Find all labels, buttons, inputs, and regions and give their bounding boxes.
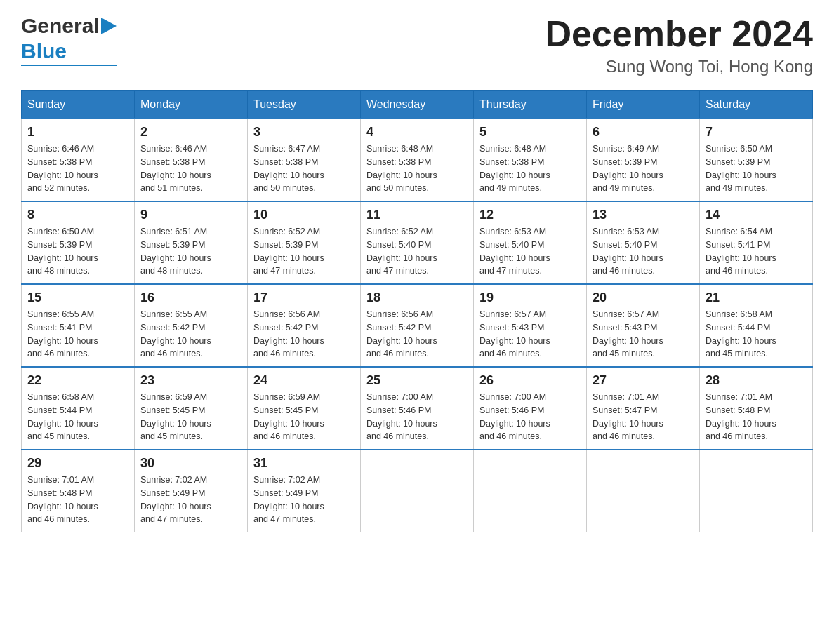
calendar-cell: 7 Sunrise: 6:50 AMSunset: 5:39 PMDayligh…	[700, 119, 813, 201]
calendar-cell: 10 Sunrise: 6:52 AMSunset: 5:39 PMDaylig…	[248, 201, 361, 284]
calendar-cell: 28 Sunrise: 7:01 AMSunset: 5:48 PMDaylig…	[700, 367, 813, 450]
day-info: Sunrise: 6:56 AMSunset: 5:42 PMDaylight:…	[366, 308, 468, 361]
calendar-cell: 16 Sunrise: 6:55 AMSunset: 5:42 PMDaylig…	[135, 284, 248, 367]
day-number: 19	[479, 290, 581, 305]
day-info: Sunrise: 6:49 AMSunset: 5:39 PMDaylight:…	[593, 142, 694, 195]
day-info: Sunrise: 6:46 AMSunset: 5:38 PMDaylight:…	[140, 142, 241, 195]
day-number: 26	[479, 373, 581, 388]
day-info: Sunrise: 6:53 AMSunset: 5:40 PMDaylight:…	[479, 225, 581, 278]
calendar-cell: 21 Sunrise: 6:58 AMSunset: 5:44 PMDaylig…	[700, 284, 813, 367]
day-info: Sunrise: 6:57 AMSunset: 5:43 PMDaylight:…	[593, 308, 694, 361]
day-info: Sunrise: 6:55 AMSunset: 5:42 PMDaylight:…	[140, 308, 241, 361]
day-info: Sunrise: 6:59 AMSunset: 5:45 PMDaylight:…	[253, 391, 355, 443]
calendar-cell: 30 Sunrise: 7:02 AMSunset: 5:49 PMDaylig…	[135, 450, 248, 532]
day-number: 31	[253, 456, 355, 471]
calendar-week-row: 29 Sunrise: 7:01 AMSunset: 5:48 PMDaylig…	[22, 450, 813, 532]
day-info: Sunrise: 6:52 AMSunset: 5:40 PMDaylight:…	[366, 225, 468, 278]
logo-blue-text: Blue	[21, 39, 67, 63]
calendar-cell	[587, 450, 700, 532]
calendar-cell: 5 Sunrise: 6:48 AMSunset: 5:38 PMDayligh…	[474, 119, 587, 201]
day-number: 8	[27, 208, 128, 222]
day-info: Sunrise: 6:58 AMSunset: 5:44 PMDaylight:…	[706, 308, 807, 361]
day-info: Sunrise: 6:56 AMSunset: 5:42 PMDaylight:…	[253, 308, 355, 361]
calendar-header-thursday: Thursday	[474, 91, 587, 119]
calendar-cell: 24 Sunrise: 6:59 AMSunset: 5:45 PMDaylig…	[248, 367, 361, 450]
calendar-header-monday: Monday	[135, 91, 248, 119]
calendar-header-wednesday: Wednesday	[361, 91, 474, 119]
day-number: 13	[593, 208, 694, 222]
day-number: 3	[253, 125, 355, 140]
day-info: Sunrise: 6:53 AMSunset: 5:40 PMDaylight:…	[593, 225, 694, 278]
calendar-cell: 2 Sunrise: 6:46 AMSunset: 5:38 PMDayligh…	[135, 119, 248, 201]
day-number: 18	[366, 290, 468, 305]
calendar-cell: 3 Sunrise: 6:47 AMSunset: 5:38 PMDayligh…	[248, 119, 361, 201]
calendar-cell: 17 Sunrise: 6:56 AMSunset: 5:42 PMDaylig…	[248, 284, 361, 367]
calendar-cell: 20 Sunrise: 6:57 AMSunset: 5:43 PMDaylig…	[587, 284, 700, 367]
calendar-header-friday: Friday	[587, 91, 700, 119]
logo-general-text: General	[21, 14, 100, 38]
calendar-cell: 6 Sunrise: 6:49 AMSunset: 5:39 PMDayligh…	[587, 119, 700, 201]
day-number: 24	[253, 373, 355, 388]
calendar-cell: 9 Sunrise: 6:51 AMSunset: 5:39 PMDayligh…	[135, 201, 248, 284]
calendar-cell: 15 Sunrise: 6:55 AMSunset: 5:41 PMDaylig…	[22, 284, 135, 367]
day-info: Sunrise: 6:48 AMSunset: 5:38 PMDaylight:…	[366, 142, 468, 195]
day-number: 4	[366, 125, 468, 140]
day-info: Sunrise: 7:00 AMSunset: 5:46 PMDaylight:…	[366, 391, 468, 443]
calendar-cell	[474, 450, 587, 532]
day-number: 7	[706, 125, 807, 140]
calendar-header-tuesday: Tuesday	[248, 91, 361, 119]
day-number: 2	[140, 125, 241, 140]
day-info: Sunrise: 7:01 AMSunset: 5:47 PMDaylight:…	[593, 391, 694, 443]
calendar-cell: 26 Sunrise: 7:00 AMSunset: 5:46 PMDaylig…	[474, 367, 587, 450]
day-info: Sunrise: 6:46 AMSunset: 5:38 PMDaylight:…	[27, 142, 128, 195]
day-number: 14	[706, 208, 807, 222]
day-number: 27	[593, 373, 694, 388]
calendar-cell: 14 Sunrise: 6:54 AMSunset: 5:41 PMDaylig…	[700, 201, 813, 284]
month-title: December 2024	[545, 14, 813, 54]
day-info: Sunrise: 6:52 AMSunset: 5:39 PMDaylight:…	[253, 225, 355, 278]
day-number: 21	[706, 290, 807, 305]
day-info: Sunrise: 7:02 AMSunset: 5:49 PMDaylight:…	[253, 474, 355, 526]
calendar-cell: 1 Sunrise: 6:46 AMSunset: 5:38 PMDayligh…	[22, 119, 135, 201]
calendar-cell: 29 Sunrise: 7:01 AMSunset: 5:48 PMDaylig…	[22, 450, 135, 532]
day-info: Sunrise: 6:59 AMSunset: 5:45 PMDaylight:…	[140, 391, 241, 443]
calendar-header-sunday: Sunday	[22, 91, 135, 119]
day-number: 23	[140, 373, 241, 388]
day-number: 25	[366, 373, 468, 388]
day-info: Sunrise: 6:48 AMSunset: 5:38 PMDaylight:…	[479, 142, 581, 195]
calendar-cell: 22 Sunrise: 6:58 AMSunset: 5:44 PMDaylig…	[22, 367, 135, 450]
calendar-header-row: SundayMondayTuesdayWednesdayThursdayFrid…	[22, 91, 813, 119]
day-info: Sunrise: 7:02 AMSunset: 5:49 PMDaylight:…	[140, 474, 241, 526]
day-info: Sunrise: 6:50 AMSunset: 5:39 PMDaylight:…	[706, 142, 807, 195]
day-number: 5	[479, 125, 581, 140]
calendar-cell: 19 Sunrise: 6:57 AMSunset: 5:43 PMDaylig…	[474, 284, 587, 367]
calendar-cell: 11 Sunrise: 6:52 AMSunset: 5:40 PMDaylig…	[361, 201, 474, 284]
day-number: 10	[253, 208, 355, 222]
day-info: Sunrise: 7:01 AMSunset: 5:48 PMDaylight:…	[27, 474, 128, 526]
day-number: 17	[253, 290, 355, 305]
day-info: Sunrise: 6:57 AMSunset: 5:43 PMDaylight:…	[479, 308, 581, 361]
calendar-week-row: 15 Sunrise: 6:55 AMSunset: 5:41 PMDaylig…	[22, 284, 813, 367]
calendar-week-row: 1 Sunrise: 6:46 AMSunset: 5:38 PMDayligh…	[22, 119, 813, 201]
day-info: Sunrise: 7:01 AMSunset: 5:48 PMDaylight:…	[706, 391, 807, 443]
calendar-cell	[361, 450, 474, 532]
day-number: 20	[593, 290, 694, 305]
day-number: 22	[27, 373, 128, 388]
calendar-cell: 31 Sunrise: 7:02 AMSunset: 5:49 PMDaylig…	[248, 450, 361, 532]
calendar-cell: 27 Sunrise: 7:01 AMSunset: 5:47 PMDaylig…	[587, 367, 700, 450]
day-number: 29	[27, 456, 128, 471]
day-number: 9	[140, 208, 241, 222]
day-info: Sunrise: 6:50 AMSunset: 5:39 PMDaylight:…	[27, 225, 128, 278]
day-number: 30	[140, 456, 241, 471]
calendar-cell	[700, 450, 813, 532]
day-number: 1	[27, 125, 128, 140]
day-info: Sunrise: 6:51 AMSunset: 5:39 PMDaylight:…	[140, 225, 241, 278]
calendar-cell: 8 Sunrise: 6:50 AMSunset: 5:39 PMDayligh…	[22, 201, 135, 284]
day-number: 15	[27, 290, 128, 305]
day-number: 16	[140, 290, 241, 305]
calendar-cell: 23 Sunrise: 6:59 AMSunset: 5:45 PMDaylig…	[135, 367, 248, 450]
day-number: 12	[479, 208, 581, 222]
calendar-week-row: 22 Sunrise: 6:58 AMSunset: 5:44 PMDaylig…	[22, 367, 813, 450]
logo-arrow-icon	[101, 18, 117, 34]
day-info: Sunrise: 7:00 AMSunset: 5:46 PMDaylight:…	[479, 391, 581, 443]
